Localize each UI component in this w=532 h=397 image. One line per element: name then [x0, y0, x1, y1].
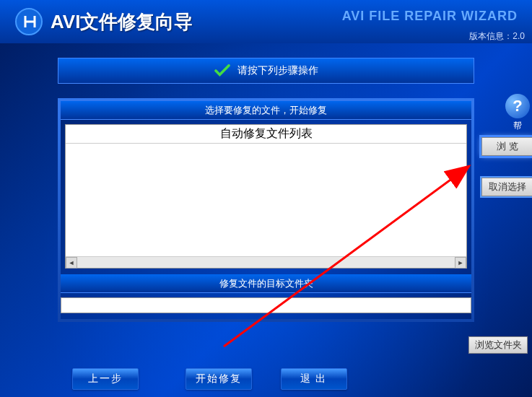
check-icon: [214, 64, 230, 77]
scroll-track[interactable]: [77, 257, 455, 268]
file-select-panel: 选择要修复的文件，开始修复 自动修复文件列表 ◄ ► 修复文件的目标文件夹: [58, 98, 474, 322]
app-logo-icon: [14, 7, 43, 36]
browse-button[interactable]: 浏 览: [481, 137, 532, 156]
target-folder-header: 修复文件的目标文件夹: [61, 274, 471, 293]
scroll-left-icon[interactable]: ◄: [66, 257, 77, 269]
app-title-en: AVI FILE REPAIR WIZARD: [342, 9, 518, 24]
horizontal-scrollbar[interactable]: ◄ ►: [66, 256, 466, 268]
prev-button[interactable]: 上一步: [72, 368, 139, 390]
deselect-button[interactable]: 取消选择: [481, 178, 532, 196]
browse-folder-button[interactable]: 浏览文件夹: [468, 336, 528, 354]
version-label: 版本信息：2.0: [469, 30, 525, 43]
instruction-bar: 请按下列步骤操作: [58, 58, 474, 84]
app-header: AVI文件修复向导 AVI FILE REPAIR WIZARD 版本信息：2.…: [0, 0, 532, 43]
file-select-header: 选择要修复的文件，开始修复: [61, 101, 471, 120]
exit-button[interactable]: 退 出: [281, 368, 347, 390]
scroll-right-icon[interactable]: ►: [455, 257, 466, 269]
target-folder-input[interactable]: [61, 297, 471, 313]
app-title-cn: AVI文件修复向导: [51, 9, 193, 35]
file-list-header: 自动修复文件列表: [66, 125, 466, 144]
file-list[interactable]: 自动修复文件列表 ◄ ►: [65, 124, 467, 269]
start-repair-button[interactable]: 开始修复: [186, 368, 252, 390]
instruction-text: 请按下列步骤操作: [237, 64, 318, 77]
